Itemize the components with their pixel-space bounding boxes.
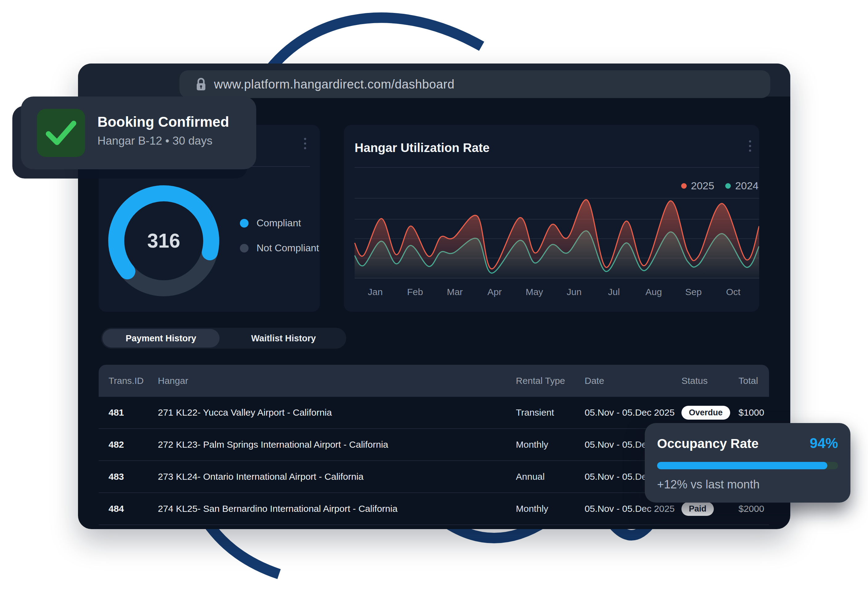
address-bar[interactable]: www.platform.hangardirect.com/dashboard [179,70,770,98]
status-badge: Overdue [682,406,730,420]
lock-icon [195,77,207,92]
column-header: Rental Type [516,375,585,386]
occupancy-progress-fill [657,462,827,469]
legend-label: Compliant [257,217,301,229]
cell-id: 483 [109,471,158,482]
cell-hangar: 273 KL24- Ontario International Airport … [158,471,516,482]
success-check-icon [37,109,85,157]
column-header: Trans.ID [109,375,158,386]
cell-id: 484 [109,503,158,514]
cell-date: 05.Nov - 05.Dec 2025 [585,503,682,514]
history-tabs: Payment HistoryWaitlist History [101,328,346,349]
tab-waitlist-history[interactable]: Waitlist History [221,328,346,349]
x-axis-label: Aug [645,287,662,297]
column-header: Total [738,375,769,386]
compliance-legend: CompliantNot Compliant [240,217,319,254]
table-header-row: Trans.IDHangarRental TypeDateStatusTotal [99,365,769,397]
utilization-area-chart: JanFebMarAprMayJunJulAugSepOct [344,125,759,312]
compliance-card-menu-button[interactable] [302,136,308,151]
occupancy-delta: +12% vs last month [657,478,838,491]
occupancy-card: Occupancy Rate 94% +12% vs last month [645,423,850,503]
utilization-card: Hangar Utilization Rate 20252024 JanFebM… [344,125,759,312]
x-axis-label: Feb [407,287,423,297]
cell-hangar: 272 KL23- Palm Springs International Air… [158,439,516,450]
column-header: Hangar [158,375,516,386]
occupancy-title: Occupancy Rate [657,436,759,451]
cell-id: 482 [109,439,158,450]
url-text: www.platform.hangardirect.com/dashboard [214,77,455,91]
screenshot-stage: www.platform.hangardirect.com/dashboard … [0,0,868,592]
legend-dot-icon [240,219,248,227]
browser-navbar: www.platform.hangardirect.com/dashboard [78,63,790,96]
cell-id: 481 [109,407,158,418]
status-badge: Paid [682,502,714,516]
x-axis-label: Jun [567,287,582,297]
total-cell: $2000 [738,503,769,514]
compliance-legend-item: Compliant [240,217,319,229]
total-cell: $1000 [738,407,769,418]
x-axis-label: Mar [447,287,463,297]
x-axis-label: Jan [368,287,383,297]
cell-rental: Annual [516,471,585,482]
status-cell: Paid [682,502,738,516]
x-axis-label: Jul [608,287,620,297]
booking-toast: Booking Confirmed Hangar B-12 • 30 days [21,96,256,169]
cell-rental: Monthly [516,439,585,450]
column-header: Status [682,375,738,386]
legend-label: Not Compliant [257,242,319,254]
status-cell: Overdue [682,406,738,420]
x-axis-label: Oct [726,287,741,297]
column-header: Date [585,375,682,386]
toast-text: Booking Confirmed Hangar B-12 • 30 days [97,114,229,148]
x-axis-label: Sep [685,287,701,297]
x-axis-label: May [526,287,543,297]
compliance-legend-item: Not Compliant [240,242,319,254]
occupancy-value: 94% [810,435,838,452]
cell-date: 05.Nov - 05.Dec 2025 [585,407,682,418]
toast-title: Booking Confirmed [97,114,229,130]
tab-payment-history[interactable]: Payment History [102,329,220,347]
x-axis-label: Apr [487,287,502,297]
donut-center-value: 316 [108,185,219,296]
legend-dot-icon [240,244,248,252]
occupancy-progress-track [657,462,838,469]
toast-subtitle: Hangar B-12 • 30 days [97,134,229,148]
cell-rental: Transient [516,407,585,418]
cell-hangar: 271 KL22- Yucca Valley Airport - Califor… [158,407,516,418]
cell-hangar: 274 KL25- San Bernardino International A… [158,503,516,514]
cell-rental: Monthly [516,503,585,514]
compliance-donut-chart: 316 [108,185,219,296]
